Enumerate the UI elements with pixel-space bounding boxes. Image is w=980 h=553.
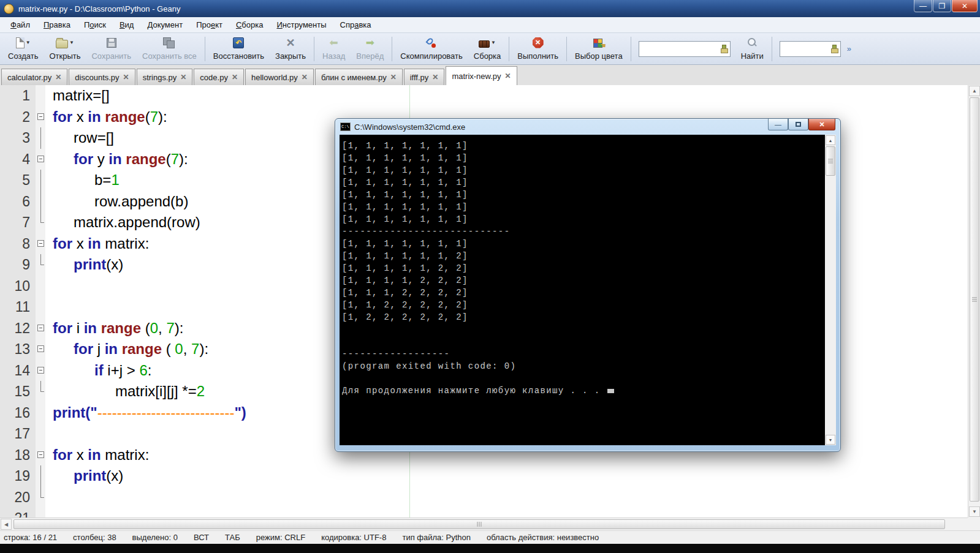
line-number: 21 [0,508,36,517]
fold-margin[interactable] [36,107,45,128]
scroll-left-arrow[interactable]: ◀ [1,519,12,530]
chevron-down-icon[interactable]: ▼ [69,40,74,45]
menu-bar: ФайлПравкаПоискВидДокументПроектСборкаИн… [0,17,980,33]
menu-item[interactable]: Инструменты [271,18,332,31]
fold-margin[interactable] [36,360,45,382]
menu-item[interactable]: Проект [191,18,228,31]
scroll-down-arrow[interactable]: ▼ [969,506,980,517]
menu-item[interactable]: Сборка [230,18,269,31]
execute-button[interactable]: ✕ Выполнить [512,34,564,64]
scroll-thumb[interactable] [13,519,945,529]
menu-item[interactable]: Вид [114,18,140,31]
cmd-minimize-button[interactable]: — [768,119,788,130]
scrollbar-corner [968,517,980,530]
status-item: тип файла: Python [402,533,471,542]
cmd-title-bar[interactable]: C:\ C:\Windows\system32\cmd.exe — ✕ [335,119,840,135]
window-title: matrix-new.py - D:\Classroom\Python - Ge… [18,4,180,13]
code-text [45,487,53,508]
clear-input-icon[interactable] [830,45,838,53]
back-button[interactable]: ⬅ Назад [317,34,351,64]
tab-calculator.py[interactable]: calculator.py✕ [1,69,67,85]
menu-item[interactable]: Документ [142,18,188,31]
open-button[interactable]: ▼ Открыть [44,34,86,64]
scroll-up-arrow[interactable]: ▲ [826,135,835,145]
code-text: for i in range (0, 7): [45,318,183,339]
code-text [45,296,53,318]
tab-close-icon[interactable]: ✕ [390,73,397,81]
tab-label: discounts.py [75,73,119,82]
compile-button[interactable]: Скомпилировать [395,34,468,64]
fold-margin[interactable] [36,339,45,360]
tab-close-icon[interactable]: ✕ [232,73,238,81]
tab-matrix-new.py[interactable]: matrix-new.py✕ [446,66,517,85]
fold-margin[interactable] [36,445,45,466]
clear-input-icon[interactable] [720,45,727,53]
tab-close-icon[interactable]: ✕ [123,73,129,81]
scroll-thumb[interactable] [826,146,835,176]
tab-close-icon[interactable]: ✕ [180,73,186,81]
close-button[interactable]: ✕ [952,0,978,12]
status-item: область действия: неизвестно [487,533,599,542]
scroll-thumb[interactable] [970,97,979,502]
console-line [342,323,822,336]
cmd-window[interactable]: C:\ C:\Windows\system32\cmd.exe — ✕ [1, … [335,118,841,452]
cmd-maximize-button[interactable] [788,119,808,130]
cmd-vertical-scrollbar[interactable]: ▲ ▼ [825,135,836,445]
code-text: matrix[i][j] *=2 [45,381,205,402]
tab-label: ifff.py [410,73,429,82]
code-text: matrix.append(row) [45,212,200,233]
minimize-button[interactable]: — [914,0,932,12]
scroll-up-arrow[interactable]: ▲ [969,86,980,96]
tab-discounts.py[interactable]: discounts.py✕ [69,69,135,85]
console-line: [1, 1, 1, 2, 2, 2, 2] [342,287,822,299]
tab-close-icon[interactable]: ✕ [55,73,61,81]
close-file-button[interactable]: ✕ Закрыть [270,34,311,64]
toolbar: ▼ Создать ▼ Открыть Сохранить Сохранить … [0,33,980,65]
tab-блин с именем.py[interactable]: блин с именем.py✕ [315,69,403,85]
tab-close-icon[interactable]: ✕ [505,72,511,80]
menu-item[interactable]: Поиск [78,18,112,31]
scroll-down-arrow[interactable]: ▼ [826,435,835,445]
tab-code.py[interactable]: code.py✕ [194,69,244,85]
chevron-down-icon[interactable]: ▼ [491,40,496,45]
tab-strings.py[interactable]: strings.py✕ [137,69,193,85]
find-button[interactable]: Найти [735,34,769,64]
cmd-close-button[interactable]: ✕ [808,119,835,130]
editor-vertical-scrollbar[interactable]: ▲ ▼ [968,85,980,517]
cmd-window-title: C:\Windows\system32\cmd.exe [354,122,465,132]
menu-item[interactable]: Справка [335,18,377,31]
forward-button[interactable]: ➡ Вперёд [351,34,389,64]
color-chooser-button[interactable]: ☚ Выбор цвета [569,34,628,64]
restore-button[interactable]: ❐ [933,0,951,12]
fold-margin[interactable] [36,318,45,339]
tab-ifff.py[interactable]: ifff.py✕ [404,69,445,85]
line-number: 8 [0,233,36,255]
tab-close-icon[interactable]: ✕ [302,73,308,81]
cmd-console[interactable]: [1, 1, 1, 1, 1, 1, 1][1, 1, 1, 1, 1, 1, … [340,135,836,445]
menu-item[interactable]: Файл [5,18,36,31]
forward-arrow-icon: ➡ [366,37,374,48]
new-button[interactable]: ▼ Создать [2,34,44,64]
code-text: row.append(b) [45,191,188,213]
tab-close-icon[interactable]: ✕ [432,73,438,81]
save-button[interactable]: Сохранить [86,34,137,64]
editor-horizontal-scrollbar[interactable]: ◀ [0,517,968,530]
revert-button[interactable]: ↶ Восстановить [208,34,270,64]
search-input[interactable] [639,41,731,57]
toolbar-overflow-chevron[interactable]: » [847,44,851,53]
chevron-down-icon[interactable]: ▼ [26,40,31,45]
toolbar-separator [205,37,205,61]
title-bar[interactable]: matrix-new.py - D:\Classroom\Python - Ge… [0,0,980,17]
save-all-button[interactable]: Сохранить все [137,34,202,64]
fold-margin [36,423,45,445]
code-text [45,423,53,445]
fold-margin[interactable] [36,233,45,255]
goto-line-input[interactable] [780,41,841,57]
tab-helloworld.py[interactable]: helloworld.py✕ [245,69,314,85]
build-button[interactable]: ▼ Сборка [468,34,507,64]
color-palette-icon: ☚ [593,39,604,48]
compile-icon [426,37,437,48]
fold-margin[interactable] [36,149,45,170]
console-line: [1, 1, 1, 1, 1, 1, 1] [342,238,822,250]
menu-item[interactable]: Правка [38,18,76,31]
